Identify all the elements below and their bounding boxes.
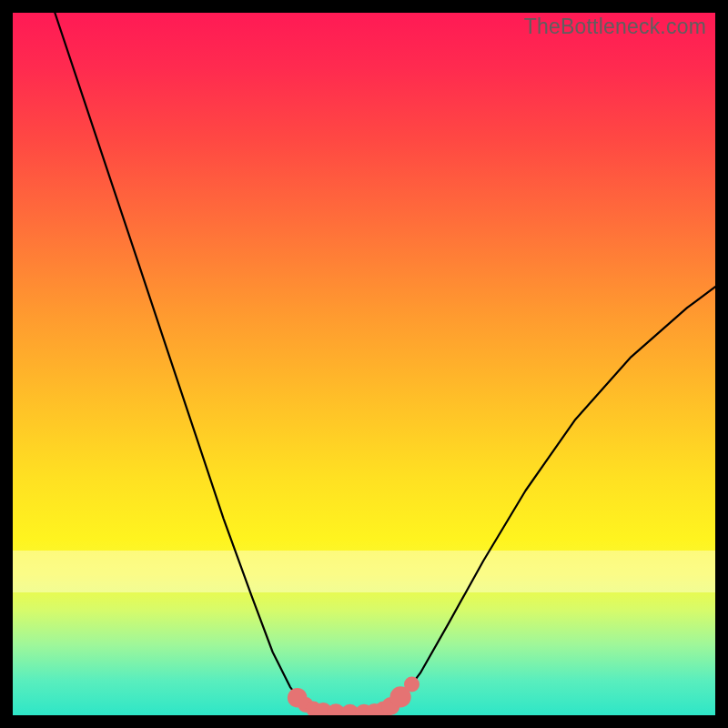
watermark-text: TheBottleneck.com: [524, 15, 706, 39]
plot-area: TheBottleneck.com: [13, 13, 715, 715]
chart-svg: [13, 13, 715, 715]
highlight-dot: [404, 677, 420, 693]
bottleneck-curve: [55, 13, 715, 713]
outer-frame: TheBottleneck.com: [0, 0, 728, 728]
